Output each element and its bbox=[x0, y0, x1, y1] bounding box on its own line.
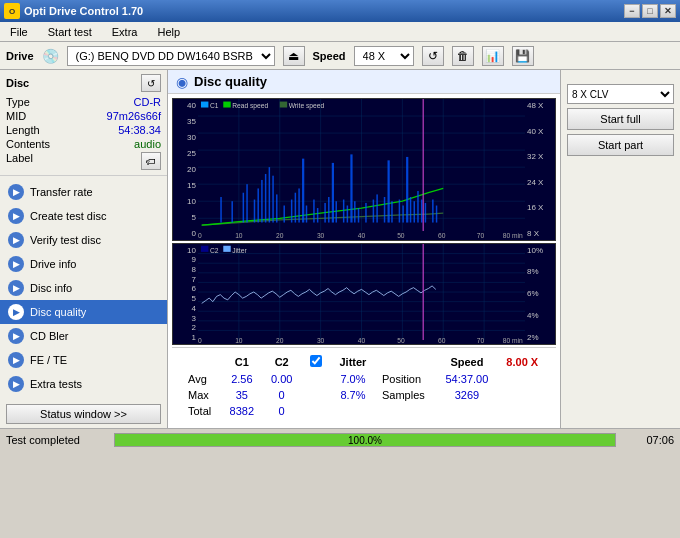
disc-length-label: Length bbox=[6, 124, 40, 136]
avg-c1: 2.56 bbox=[222, 372, 261, 386]
disc-refresh-button[interactable]: ↺ bbox=[141, 74, 161, 92]
create-test-disc-icon: ▶ bbox=[8, 208, 24, 224]
svg-rect-38 bbox=[317, 208, 318, 222]
sidebar-item-disc-info[interactable]: ▶ Disc info bbox=[0, 276, 167, 300]
disc-info-icon: ▶ bbox=[8, 280, 24, 296]
chart-header: ◉ Disc quality bbox=[168, 70, 560, 94]
svg-rect-31 bbox=[276, 194, 277, 222]
progress-bar-container: 100.0% bbox=[114, 433, 616, 447]
svg-rect-21 bbox=[220, 197, 221, 223]
svg-rect-40 bbox=[328, 197, 329, 223]
titlebar-left: O Opti Drive Control 1.70 bbox=[4, 3, 143, 19]
close-button[interactable]: ✕ bbox=[660, 4, 676, 18]
sidebar-item-cd-bler[interactable]: ▶ CD Bler bbox=[0, 324, 167, 348]
max-label: Max bbox=[182, 388, 220, 402]
svg-text:Jitter: Jitter bbox=[232, 245, 247, 255]
sidebar-item-disc-quality[interactable]: ▶ Disc quality bbox=[0, 300, 167, 324]
progress-text: 100.0% bbox=[115, 434, 615, 448]
svg-text:80 min: 80 min bbox=[503, 335, 523, 344]
disc-contents-row: Contents audio bbox=[6, 137, 161, 151]
disc-contents-label: Contents bbox=[6, 138, 50, 150]
statusbar: Test completed 100.0% 07:06 bbox=[0, 428, 680, 450]
sidebar-item-transfer-rate[interactable]: ▶ Transfer rate bbox=[0, 180, 167, 204]
menu-extra[interactable]: Extra bbox=[106, 24, 144, 40]
speed-select[interactable]: 48 X bbox=[354, 46, 414, 66]
maximize-button[interactable]: □ bbox=[642, 4, 658, 18]
extra-tests-icon: ▶ bbox=[8, 376, 24, 392]
svg-rect-49 bbox=[384, 197, 385, 223]
svg-text:10: 10 bbox=[235, 230, 242, 239]
minimize-button[interactable]: − bbox=[624, 4, 640, 18]
svg-text:C1: C1 bbox=[210, 101, 219, 111]
chart-top-yaxis-left: 40 35 30 25 20 15 10 5 0 bbox=[173, 99, 198, 240]
sidebar-item-extra-tests[interactable]: ▶ Extra tests bbox=[0, 372, 167, 396]
jitter-checkbox[interactable] bbox=[310, 355, 322, 367]
svg-rect-34 bbox=[295, 193, 296, 223]
svg-text:40: 40 bbox=[358, 230, 365, 239]
svg-rect-25 bbox=[254, 200, 255, 223]
menubar: File Start test Extra Help bbox=[0, 22, 680, 42]
menu-start-test[interactable]: Start test bbox=[42, 24, 98, 40]
sidebar-label-fe-te: FE / TE bbox=[30, 354, 67, 366]
speed-value: 8.00 X bbox=[499, 354, 546, 370]
menu-file[interactable]: File bbox=[4, 24, 34, 40]
disc-contents-value: audio bbox=[134, 138, 161, 150]
sidebar-item-create-test-disc[interactable]: ▶ Create test disc bbox=[0, 204, 167, 228]
svg-rect-23 bbox=[243, 193, 244, 223]
sidebar-label-verify-test-disc: Verify test disc bbox=[30, 234, 101, 246]
drive-select[interactable]: (G:) BENQ DVD DD DW1640 BSRB bbox=[67, 46, 275, 66]
svg-rect-45 bbox=[358, 208, 359, 222]
chart-bottom-main: C2 Jitter 0 10 20 30 40 50 bbox=[198, 244, 525, 344]
eject-button[interactable]: ⏏ bbox=[283, 46, 305, 66]
chart-area: ◉ Disc quality 40 35 30 25 20 15 10 5 0 bbox=[168, 70, 560, 428]
total-label: Total bbox=[182, 404, 220, 418]
sidebar-label-extra-tests: Extra tests bbox=[30, 378, 82, 390]
max-c1: 35 bbox=[222, 388, 261, 402]
sidebar-item-drive-info[interactable]: ▶ Drive info bbox=[0, 252, 167, 276]
svg-text:50: 50 bbox=[397, 230, 404, 239]
start-full-button[interactable]: Start full bbox=[567, 108, 674, 130]
svg-rect-62 bbox=[350, 154, 352, 222]
menu-help[interactable]: Help bbox=[151, 24, 186, 40]
clv-select[interactable]: 8 X CLV bbox=[567, 84, 674, 104]
stats-table: C1 C2 Jitter Speed 8.00 X Avg 2.56 0.00 … bbox=[180, 352, 548, 420]
disc-label-icon[interactable]: 🏷 bbox=[141, 152, 161, 170]
disc-quality-icon: ▶ bbox=[8, 304, 24, 320]
svg-text:10: 10 bbox=[235, 335, 242, 344]
sidebar: Disc ↺ Type CD-R MID 97m26s66f Length 54… bbox=[0, 70, 168, 428]
svg-rect-56 bbox=[421, 200, 422, 223]
svg-text:50: 50 bbox=[397, 335, 404, 344]
avg-label: Avg bbox=[182, 372, 220, 386]
svg-text:20: 20 bbox=[276, 230, 283, 239]
svg-rect-28 bbox=[265, 174, 266, 223]
svg-rect-51 bbox=[399, 200, 400, 223]
col-header-speed: Speed bbox=[437, 354, 496, 370]
svg-rect-46 bbox=[365, 203, 366, 223]
position-label: Position bbox=[376, 372, 435, 386]
svg-rect-94 bbox=[223, 245, 230, 251]
status-window-button[interactable]: Status window >> bbox=[6, 404, 161, 424]
app-title: Opti Drive Control 1.70 bbox=[24, 5, 143, 17]
svg-text:30: 30 bbox=[317, 335, 324, 344]
disc-length-row: Length 54:38.34 bbox=[6, 123, 161, 137]
save-button[interactable]: 💾 bbox=[512, 46, 534, 66]
clear-button[interactable]: 🗑 bbox=[452, 46, 474, 66]
svg-rect-26 bbox=[257, 188, 258, 222]
svg-text:60: 60 bbox=[438, 335, 445, 344]
disc-label-label: Label bbox=[6, 152, 33, 170]
start-part-button[interactable]: Start part bbox=[567, 134, 674, 156]
refresh-button[interactable]: ↺ bbox=[422, 46, 444, 66]
chart-bottom-yaxis-left: 10 9 8 7 6 5 4 3 2 1 bbox=[173, 244, 198, 344]
svg-rect-19 bbox=[280, 102, 287, 108]
sidebar-item-verify-test-disc[interactable]: ▶ Verify test disc bbox=[0, 228, 167, 252]
chart-button[interactable]: 📊 bbox=[482, 46, 504, 66]
svg-rect-59 bbox=[436, 205, 437, 222]
sidebar-item-fe-te[interactable]: ▶ FE / TE bbox=[0, 348, 167, 372]
svg-rect-37 bbox=[313, 200, 314, 223]
svg-rect-32 bbox=[283, 205, 284, 222]
disc-type-label: Type bbox=[6, 96, 30, 108]
chart-top-main: C1 Read speed Write speed bbox=[198, 99, 525, 240]
nav-items: ▶ Transfer rate ▶ Create test disc ▶ Ver… bbox=[0, 176, 167, 400]
svg-rect-48 bbox=[376, 194, 377, 222]
drive-icon: 💿 bbox=[42, 48, 59, 64]
